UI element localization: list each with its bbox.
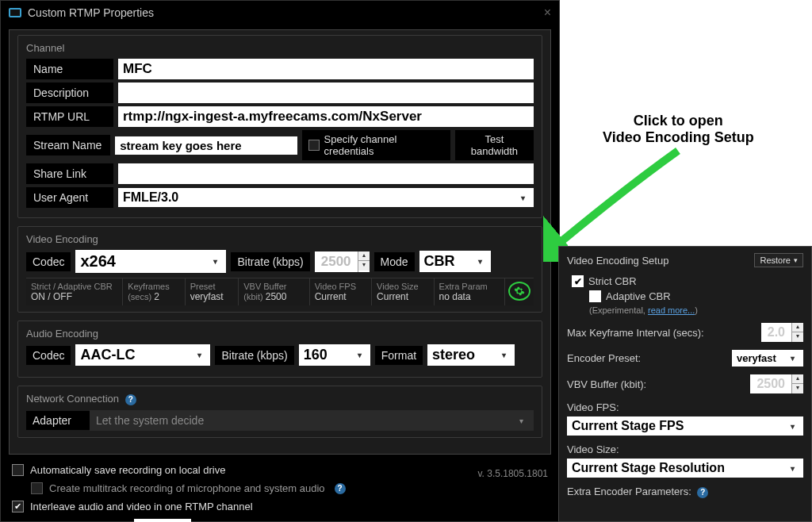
user-agent-value: FMLE/3.0 [123,190,178,205]
video-mode-select[interactable]: CBR ▾ [419,251,491,272]
video-info-strip: Strict / Adaptive CBR ON / OFF Keyframes… [26,278,534,305]
video-mode-label: Mode [374,252,415,271]
close-icon[interactable]: × [544,6,551,20]
adaptive-cbr-checkbox[interactable] [589,290,601,302]
share-link-label: Share Link [26,163,113,184]
auto-save-checkbox[interactable] [12,464,24,476]
fps-label: Video FPS: [567,401,803,413]
preset-select[interactable]: veryfast ▾ [732,350,803,367]
spinner-up-icon[interactable]: ▴ [358,251,370,261]
strict-cbr-cell: Strict / Adaptive CBR ON / OFF [26,278,123,305]
setup-title: Video Encoding Setup [567,255,668,267]
chevron-down-icon: ▾ [791,464,799,473]
interleave-label: Interleave audio and video in one RTMP c… [30,501,253,512]
fps-cell: Video FPS Current [310,278,372,305]
chevron-down-icon: ▾ [358,351,366,359]
rtmp-url-input[interactable] [118,106,534,127]
adapter-label: Adapter [26,411,90,430]
chevron-down-icon: ▾ [791,354,799,363]
vbv-value: 2500 [750,374,791,393]
adaptive-note: (Experimental, read more...) [589,305,803,315]
rtmp-properties-dialog: Custom RTMP Properties × Channel Name De… [0,0,560,522]
audio-format-select[interactable]: stereo ▾ [427,344,515,366]
share-link-input[interactable] [118,163,534,184]
spinner-up-icon[interactable]: ▴ [792,374,803,384]
user-agent-label: User Agent [26,187,113,208]
window-title: Custom RTMP Properties [28,6,154,19]
multitrack-label: Create multitrack recording of microphon… [49,482,325,494]
chevron-down-icon: ▾ [521,194,529,202]
vbv-spinner[interactable]: 2500 ▴▾ [750,374,803,393]
help-icon[interactable]: ? [697,487,708,498]
specify-credentials-checkbox[interactable]: Specify channel credentials [302,130,450,160]
size-cell: Video Size Current [372,278,434,305]
video-codec-value: x264 [80,252,116,271]
restore-button[interactable]: Restore ▾ [754,253,803,267]
main-panel: Channel Name Description RTMP URL Stream… [9,29,551,455]
fps-select[interactable]: Current Stage FPS ▾ [567,416,803,436]
video-codec-select[interactable]: x264 ▾ [75,250,226,273]
strict-cbr-checkbox[interactable] [572,275,584,287]
adaptive-cbr-label: Adaptive CBR [606,290,671,302]
chevron-down-icon: ▾ [791,422,799,431]
size-value: Current Stage Resolution [572,461,725,475]
spinner-down-icon[interactable]: ▾ [792,384,803,393]
channel-title: Channel [26,42,534,54]
adapter-value: Let the system decide [96,414,204,427]
video-encoding-setup-button[interactable] [508,282,530,301]
spinner-up-icon[interactable]: ▴ [792,323,803,332]
read-more-link[interactable]: read more... [648,305,695,315]
interleave-checkbox[interactable] [12,501,24,512]
checkbox-icon [308,140,319,151]
audio-codec-value: AAC-LC [80,347,135,363]
app-icon [9,8,21,17]
help-icon[interactable]: ? [335,483,346,494]
audio-format-label: Format [375,346,423,365]
video-encoding-setup-panel: Video Encoding Setup Restore ▾ Strict CB… [558,246,812,522]
keyframes-cell: Keyframes (secs) 2 [123,278,185,305]
network-section: Network Connection ? Adapter Let the sys… [17,386,542,438]
video-codec-label: Codec [26,252,71,271]
spinner-down-icon[interactable]: ▾ [358,261,370,271]
test-bandwidth-button[interactable]: Test bandwidth [455,130,534,160]
user-agent-select[interactable]: FMLE/3.0 ▾ [118,188,534,207]
video-encoding-title: Video Encoding [26,233,534,245]
preset-value: veryfast [737,352,776,364]
keyframe-value: 2.0 [761,323,791,342]
size-select[interactable]: Current Stage Resolution ▾ [567,459,803,478]
preset-label: Encoder Preset: [567,352,641,364]
extra-params-label: Extra Encoder Parameters: ? [567,486,803,498]
preset-cell: Preset veryfast [186,278,239,305]
audio-bitrate-value: 160 [304,347,327,363]
chevron-down-icon: ▾ [197,351,205,359]
name-label: Name [26,59,113,79]
chevron-down-icon: ▾ [519,416,527,425]
vbv-cell: VBV Buffer (kbit) 2500 [239,278,309,305]
name-input[interactable] [118,59,534,79]
video-bitrate-label: Bitrate (kbps) [231,252,309,271]
audio-bitrate-select[interactable]: 160 ▾ [299,344,370,366]
rtmp-url-label: RTMP URL [26,106,113,127]
audio-encoding-title: Audio Encoding [26,328,534,340]
audio-bitrate-label: Bitrate (kbps) [215,346,293,365]
network-title: Network Connection ? [26,393,534,405]
description-label: Description [26,83,113,103]
audio-encoding-section: Audio Encoding Codec AAC-LC ▾ Bitrate (k… [17,320,542,378]
multitrack-checkbox[interactable] [31,482,43,494]
delay-spinner[interactable]: 0 ▴▾ [134,519,191,522]
adapter-select[interactable]: Let the system decide ▾ [90,410,534,431]
chevron-down-icon: ▾ [794,256,798,264]
chevron-down-icon: ▾ [478,257,486,266]
size-label: Video Size: [567,443,803,455]
description-input[interactable] [118,83,534,103]
video-bitrate-spinner[interactable]: 2500 ▴ ▾ [315,251,370,272]
extra-param-cell: Extra Param no data [435,278,505,305]
keyframe-spinner[interactable]: 2.0 ▴▾ [761,323,803,342]
help-icon[interactable]: ? [125,394,136,405]
audio-codec-select[interactable]: AAC-LC ▾ [75,344,210,366]
auto-save-label: Automatically save recording on local dr… [30,464,225,476]
stream-name-input[interactable] [115,136,297,155]
version-label: v. 3.5.1805.1801 [477,468,548,479]
audio-format-value: stereo [432,347,475,363]
spinner-down-icon[interactable]: ▾ [792,332,803,342]
